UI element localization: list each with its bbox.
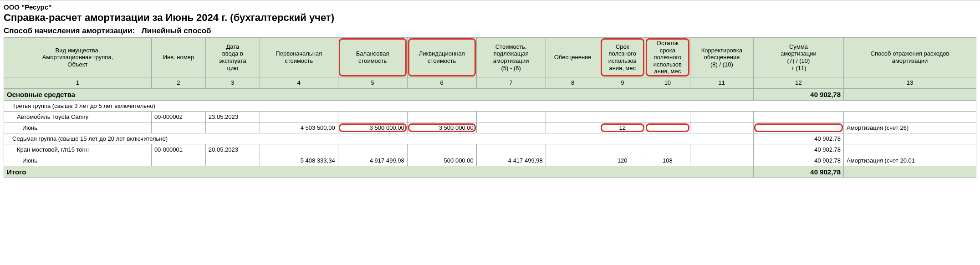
- item-crane-inv: 00-000001: [151, 144, 205, 155]
- colnum-7: 7: [476, 77, 546, 88]
- total-sum: 40 902,78: [753, 166, 843, 178]
- total-row: Итого 40 902,78: [4, 166, 976, 178]
- item-crane-sum: 40 902,78: [753, 144, 843, 155]
- header-col-12: Сумма амортизации (7) / (10) + (11): [753, 38, 843, 77]
- month-camry-label: Июнь: [4, 122, 152, 133]
- colnum-5: 5: [338, 77, 407, 88]
- month-crane-balance: 4 917 499,98: [338, 155, 407, 166]
- colnum-6: 6: [407, 77, 476, 88]
- month-crane-corr: [690, 155, 753, 166]
- month-camry-row: Июнь 4 503 500,00 3 500 000,00 3 500 000…: [4, 122, 976, 133]
- header-row: Вид имущества, Амортизационная группа, О…: [4, 38, 976, 77]
- header-col-5: Балансовая стоимость: [338, 38, 407, 77]
- header-col-8: Обесценение: [546, 38, 600, 77]
- month-camry-term-remain: [645, 122, 690, 133]
- method-line: Способ начисления амортизации: Линейный …: [4, 26, 976, 36]
- item-camry-date: 23.05.2023: [205, 111, 260, 122]
- header-number-row: 1 2 3 4 5 6 7 8 9 10 11 12 13: [4, 77, 976, 88]
- month-crane-impairment: [546, 155, 600, 166]
- header-col-13: Способ отражения расходов амортизации: [844, 38, 976, 77]
- report-title: Справка-расчет амортизации за Июнь 2024 …: [4, 12, 976, 24]
- item-crane-name: Кран мостовой, г/п15 тонн: [4, 144, 152, 155]
- month-crane-sum: 40 902,78: [753, 155, 843, 166]
- month-camry-term: 12: [600, 122, 645, 133]
- group-7-label: Седьмая группа (свыше 15 лет до 20 лет в…: [4, 133, 754, 144]
- group-7-sum: 40 902,78: [753, 133, 843, 144]
- month-camry-sum: [753, 122, 843, 133]
- item-camry-row: Автомобиль Toyota Camry 00-000002 23.05.…: [4, 111, 976, 122]
- group-3-label: Третья группа (свыше 3 лет до 5 лет вклю…: [4, 100, 976, 111]
- month-crane-amort: 4 417 499,98: [476, 155, 546, 166]
- month-camry-amort: [476, 122, 546, 133]
- item-crane-row: Кран мостовой, г/п15 тонн 00-000001 20.0…: [4, 144, 976, 155]
- header-col-10: Остаток срока полезного использов ания, …: [645, 38, 690, 77]
- month-crane-liquidation: 500 000,00: [407, 155, 476, 166]
- colnum-1: 1: [4, 77, 152, 88]
- item-camry-name: Автомобиль Toyota Camry: [4, 111, 152, 122]
- amortization-table: Вид имущества, Амортизационная группа, О…: [4, 37, 976, 178]
- month-crane-term: 120: [600, 155, 645, 166]
- colnum-3: 3: [205, 77, 260, 88]
- month-crane-row: Июнь 5 408 333,34 4 917 499,98 500 000,0…: [4, 155, 976, 166]
- header-col-7: Стоимость, подлежащая амортизации (5) - …: [476, 38, 546, 77]
- group-7-row: Седьмая группа (свыше 15 лет до 20 лет в…: [4, 133, 976, 144]
- header-col-3: Дата ввода в эксплуата цию: [205, 38, 260, 77]
- month-crane-term-remain: 108: [645, 155, 690, 166]
- colnum-12: 12: [753, 77, 843, 88]
- method-label: Способ начисления амортизации:: [4, 26, 135, 36]
- header-col-6: Ликвидационная стоимость: [407, 38, 476, 77]
- total-label: Итого: [4, 166, 754, 178]
- section-fixed-assets: Основные средства 40 902,78: [4, 88, 976, 100]
- month-camry-corr: [690, 122, 753, 133]
- header-col-11: Корректировка обесценения (8) / (10): [690, 38, 753, 77]
- colnum-13: 13: [844, 77, 976, 88]
- colnum-9: 9: [600, 77, 645, 88]
- total-empty: [844, 166, 976, 178]
- month-crane-expense: Амортизация (счет 20.01: [844, 155, 976, 166]
- report-page: ООО "Ресурс" Справка-расчет амортизации …: [0, 0, 980, 181]
- month-crane-initial: 5 408 333,34: [260, 155, 338, 166]
- colnum-4: 4: [260, 77, 338, 88]
- section-empty: [844, 88, 976, 100]
- month-camry-liquidation: 3 500 000,00: [407, 122, 476, 133]
- group-3-row: Третья группа (свыше 3 лет до 5 лет вклю…: [4, 100, 976, 111]
- header-col-4: Первоначальная стоимость: [260, 38, 338, 77]
- item-camry-inv: 00-000002: [151, 111, 205, 122]
- month-crane-label: Июнь: [4, 155, 152, 166]
- colnum-2: 2: [151, 77, 205, 88]
- colnum-10: 10: [645, 77, 690, 88]
- month-camry-balance: 3 500 000,00: [338, 122, 407, 133]
- company-name: ООО "Ресурс": [4, 3, 976, 11]
- section-sum: 40 902,78: [753, 88, 843, 100]
- month-camry-expense: Амортизация (счет 26): [844, 122, 976, 133]
- header-col-9: Срок полезного использов ания, мес: [600, 38, 645, 77]
- month-camry-initial: 4 503 500,00: [260, 122, 338, 133]
- method-value: Линейный способ: [142, 26, 211, 36]
- header-col-1: Вид имущества, Амортизационная группа, О…: [4, 38, 152, 77]
- colnum-11: 11: [690, 77, 753, 88]
- month-camry-impairment: [546, 122, 600, 133]
- colnum-8: 8: [546, 77, 600, 88]
- section-label: Основные средства: [4, 88, 754, 100]
- item-crane-date: 20.05.2023: [205, 144, 260, 155]
- header-col-2: Инв. номер: [151, 38, 205, 77]
